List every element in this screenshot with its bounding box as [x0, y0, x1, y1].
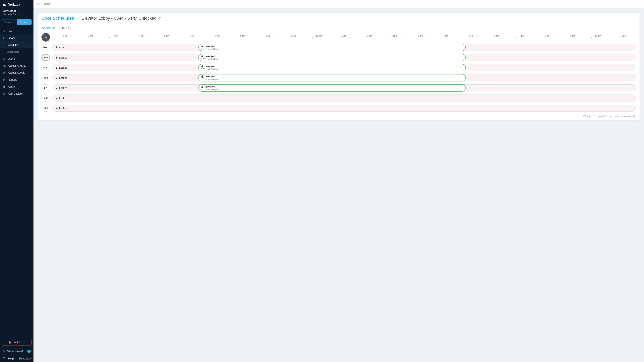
lock-icon [55, 46, 58, 49]
main: Door Schedules Elevator Lobby - 6 AM - 5… [34, 0, 644, 362]
account-switcher[interactable]: Jeff Chase Verkada Demo [0, 8, 34, 18]
tick-mark [611, 37, 623, 38]
mode-cameras-button[interactable]: Cameras [2, 19, 17, 25]
day-chip[interactable]: Tue [42, 54, 50, 61]
day-track[interactable]: LockedUnlocked6:00 am - 5:00 pm [52, 74, 636, 81]
tick-mark [522, 37, 534, 38]
locked-label: Locked [59, 107, 67, 110]
unlocked-segment[interactable]: Unlocked6:00 am - 5:00 pm [198, 44, 466, 51]
timeline: 1 am2 am3 am4 am5 am6 am7 am8 am9 am10 a… [52, 35, 636, 42]
schedule-row: WedLockedUnlocked6:00 am - 5:00 pm [42, 64, 636, 71]
time-label: 9 am [256, 35, 281, 37]
tick-mark [598, 37, 610, 38]
edit-title-button[interactable] [158, 16, 161, 21]
tick-mark [560, 37, 572, 38]
tick-mark [154, 37, 166, 38]
tick-mark [408, 37, 420, 38]
search-input[interactable] [42, 2, 640, 6]
day-chip[interactable]: Wed [42, 64, 50, 71]
nav-add-device[interactable]: Add Device [0, 90, 34, 97]
page-title: Elevator Lobby - 6 AM - 5 PM Unlocked [82, 16, 161, 21]
lockdown-button[interactable]: Lockdown [2, 339, 32, 346]
nav-doors[interactable]: Doors [0, 35, 34, 42]
tick-mark [78, 37, 90, 38]
tick-mark [332, 37, 344, 38]
unlock-icon [201, 55, 204, 58]
time-label: 8 pm [534, 35, 560, 37]
svg-point-15 [38, 3, 39, 4]
locked-bar[interactable]: Locked [52, 94, 636, 101]
lock-icon [55, 56, 58, 59]
tick-mark [509, 37, 522, 38]
time-label: 6 pm [484, 35, 509, 37]
svg-line-16 [39, 4, 40, 5]
tab-schedule[interactable]: Schedule [42, 24, 55, 32]
time-label: 10 am [281, 35, 306, 37]
tab-doors[interactable]: Doors (1) [60, 24, 74, 32]
add-schedule-button[interactable] [42, 33, 50, 42]
locked-bar[interactable]: Locked [52, 105, 636, 112]
plus-circle-icon [3, 92, 6, 95]
svg-point-4 [4, 65, 5, 66]
time-label: 9 pm [560, 35, 585, 37]
unlock-icon [201, 45, 204, 47]
day-chip[interactable]: Thu [42, 74, 50, 81]
day-track[interactable]: Locked [52, 94, 636, 101]
day-chip[interactable]: Sun [42, 105, 50, 112]
sidebar-footer: Help Feedback [0, 355, 34, 362]
day-track[interactable]: LockedUnlocked6:00 am - 5:00 pm [52, 64, 636, 71]
search-bar [34, 0, 644, 8]
nav-reports-label: Reports [8, 78, 17, 81]
tick-mark [268, 37, 281, 38]
day-track[interactable]: LockedUnlocked6:00 am - 5:00 pm [52, 84, 636, 91]
feedback-link[interactable]: Feedback [19, 357, 31, 360]
nav-reports[interactable]: Reports [0, 76, 34, 83]
unlocked-label: Unlocked [204, 85, 215, 88]
tick-mark [167, 37, 179, 38]
nav-users[interactable]: Users [0, 55, 34, 62]
day-track[interactable]: LockedUnlocked6:00 am - 5:00 pm [52, 44, 636, 51]
day-track[interactable]: LockedUnlocked6:00 am - 5:00 pm [52, 54, 636, 61]
nav-access-groups[interactable]: Access Groups [0, 62, 34, 69]
svg-point-10 [4, 86, 5, 87]
locked-label: Locked [59, 66, 67, 69]
nav-live[interactable]: Live [0, 28, 34, 35]
nav-exceptions[interactable]: Exceptions [0, 48, 34, 55]
tabs: Schedule Doors (1) [42, 24, 636, 32]
nav-live-label: Live [8, 29, 13, 33]
unlocked-segment[interactable]: Unlocked6:00 am - 5:00 pm [198, 84, 466, 92]
chevron-right-icon [76, 16, 80, 21]
day-chip[interactable]: Mon [42, 44, 50, 51]
nav-access-levels[interactable]: Access Levels [0, 69, 34, 76]
sparkle-icon [3, 350, 6, 353]
day-chip[interactable]: Sat [42, 94, 50, 101]
mode-access-button[interactable]: Access [17, 19, 31, 25]
breadcrumb: Door Schedules Elevator Lobby - 6 AM - 5… [42, 16, 636, 21]
unlocked-segment[interactable]: Unlocked6:00 am - 5:00 pm [198, 54, 466, 61]
tick-mark [52, 37, 65, 38]
bolt-icon [3, 30, 6, 32]
tick-mark [179, 37, 192, 38]
tick-mark [319, 37, 332, 38]
whats-new-badge: 2 [27, 350, 31, 353]
brand[interactable]: Verkada [0, 0, 34, 8]
breadcrumb-root[interactable]: Door Schedules [42, 16, 74, 21]
unlocked-segment[interactable]: Unlocked6:00 am - 5:00 pm [198, 64, 466, 71]
nav-schedules[interactable]: Schedules [0, 42, 34, 48]
tick-mark [294, 37, 306, 38]
unlocked-segment[interactable]: Unlocked6:00 am - 5:00 pm [198, 74, 466, 81]
tick-mark [496, 37, 509, 38]
locked-label: Locked [59, 46, 67, 49]
help-link[interactable]: Help [8, 357, 14, 360]
day-chip[interactable]: Fri [42, 84, 50, 91]
tick-mark [382, 37, 395, 38]
tick-mark [116, 37, 128, 38]
day-track[interactable]: Locked [52, 105, 636, 112]
nav-access-groups-label: Access Groups [8, 64, 26, 67]
whats-new-row[interactable]: What's New? 2 [0, 348, 34, 355]
time-label: 5 am [154, 35, 179, 37]
nav-admin[interactable]: Admin [0, 83, 34, 90]
nav-doors-label: Doors [8, 36, 15, 40]
lock-icon [3, 71, 6, 74]
nav-admin-label: Admin [8, 85, 16, 88]
